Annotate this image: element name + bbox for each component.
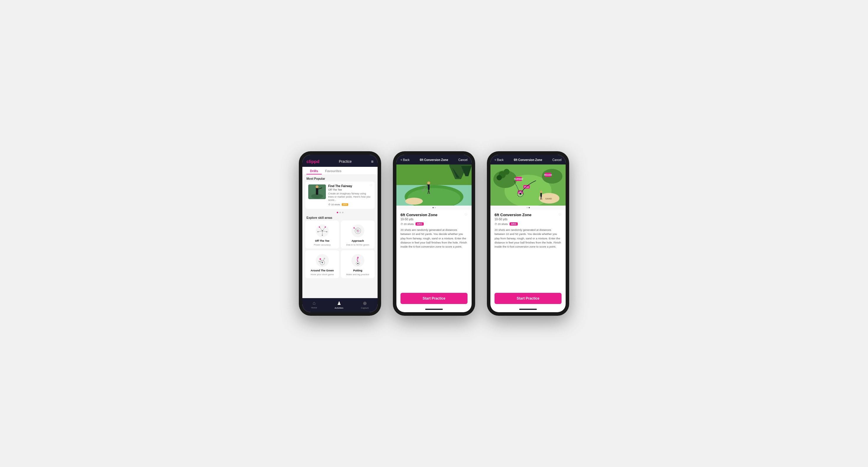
- drill-header: 6ft Conversion Zone 10-50 yds ♡: [401, 213, 467, 221]
- svg-text:SAND: SAND: [546, 197, 552, 200]
- nav-home[interactable]: ⌂ Home: [311, 300, 317, 309]
- hero-image: [396, 165, 472, 206]
- home-icon: ⌂: [313, 300, 316, 306]
- approach-desc: Dial-in to hit the green: [346, 243, 369, 246]
- explore-label: Explore skill areas: [302, 214, 378, 221]
- skill-card-putting[interactable]: Putting Make and lag practice: [341, 250, 375, 278]
- skill-card-atg[interactable]: Around The Green Hone your short game: [305, 250, 339, 278]
- drill-name-group: 6ft Conversion Zone 10-50 yds: [401, 213, 437, 221]
- header-title: 6ft Conversion Zone: [514, 158, 542, 162]
- svg-rect-47: [428, 185, 430, 190]
- ott-desc: Power accuracy: [314, 243, 331, 246]
- drill-header: 6ft Conversion Zone 10-50 yds ♡: [495, 213, 561, 221]
- img-dot-1[interactable]: [433, 207, 434, 208]
- shots-count: ⏱ 10 shots: [328, 203, 340, 206]
- svg-point-12: [319, 227, 320, 228]
- skill-grid: Off The Tee Power accuracy: [302, 221, 378, 280]
- badge-arg: ARG: [415, 222, 424, 226]
- svg-point-52: [405, 198, 423, 205]
- drill-name: 6ft Conversion Zone: [401, 213, 437, 217]
- start-practice-button[interactable]: Start Practice: [495, 293, 561, 304]
- shots-count: ⏱ 20 shots: [495, 223, 508, 226]
- home-label: Home: [311, 306, 317, 309]
- nav-capture[interactable]: ⊕ Capture: [361, 300, 369, 309]
- card-image-inner: [308, 185, 326, 199]
- capture-icon: ⊕: [363, 300, 367, 306]
- favourite-icon[interactable]: ♡: [464, 213, 467, 217]
- card-subtitle: Off The Tee: [328, 188, 372, 191]
- image-dots: [396, 206, 472, 210]
- home-indicator: [425, 309, 443, 310]
- nav-activities[interactable]: ♟ Activities: [335, 300, 343, 309]
- drill-detail: 6ft Conversion Zone 10-50 yds ♡ ⏱ 20 sho…: [396, 210, 472, 252]
- drill-description: 20 shots are randomly generated at dista…: [401, 228, 467, 249]
- drill-range: 10-50 yds: [495, 218, 532, 221]
- app-logo: clippd: [307, 159, 319, 164]
- card-body: Find The Fairway Off The Tee Create an i…: [328, 185, 372, 206]
- cancel-button[interactable]: Cancel: [552, 158, 561, 162]
- map-svg: SAND FAIRWAY ROUGH Hit: [490, 165, 566, 206]
- screens-container: clippd Practice ≡ Drills Favourites Most…: [299, 151, 569, 316]
- dot-3[interactable]: [342, 212, 343, 213]
- img-dot-1[interactable]: [527, 207, 528, 208]
- img-dot-2[interactable]: [435, 207, 436, 208]
- phone-2-header: < Back 6ft Conversion Zone Cancel: [396, 155, 472, 165]
- svg-point-60: [504, 169, 509, 175]
- header-title: Practice: [339, 160, 351, 164]
- svg-point-37: [358, 257, 358, 258]
- menu-icon[interactable]: ≡: [371, 159, 373, 164]
- favourite-icon[interactable]: ♡: [558, 213, 561, 217]
- svg-point-13: [325, 227, 326, 228]
- svg-point-15: [326, 231, 327, 232]
- tab-favourites[interactable]: Favourites: [322, 167, 345, 174]
- dot-1[interactable]: [337, 212, 338, 213]
- shots-count: ⏱ 20 shots: [401, 223, 414, 226]
- svg-point-35: [357, 263, 359, 264]
- phone-1-header: clippd Practice ≡: [302, 155, 378, 167]
- atg-name: Around The Green: [311, 269, 334, 272]
- skill-card-ott[interactable]: Off The Tee Power accuracy: [305, 221, 339, 248]
- cancel-button[interactable]: Cancel: [458, 158, 467, 162]
- phone-2-screen: < Back 6ft Conversion Zone Cancel: [396, 155, 472, 312]
- tab-drills[interactable]: Drills: [307, 167, 322, 174]
- favourite-icon[interactable]: ♡: [370, 184, 372, 187]
- svg-rect-71: [540, 193, 542, 197]
- most-popular-label: Most Popular: [302, 175, 378, 181]
- skill-card-approach[interactable]: Approach Dial-in to hit the green: [341, 221, 375, 248]
- phone-2: < Back 6ft Conversion Zone Cancel: [393, 151, 475, 316]
- putting-name: Putting: [353, 269, 362, 272]
- back-button[interactable]: < Back: [495, 158, 504, 162]
- carousel-dots: [302, 210, 378, 214]
- hero-svg: [396, 165, 472, 206]
- dot-2[interactable]: [339, 212, 341, 213]
- activities-icon: ♟: [337, 300, 341, 306]
- header-title: 6ft Conversion Zone: [420, 158, 448, 162]
- ott-skill-icon: [315, 224, 330, 238]
- svg-point-61: [497, 175, 502, 180]
- image-dots: [490, 206, 566, 210]
- clock-icon: ⏱: [328, 203, 331, 206]
- svg-point-46: [427, 181, 430, 185]
- phone-3-screen: < Back 6ft Conversion Zone Cancel SAND: [490, 155, 566, 312]
- drill-detail: 6ft Conversion Zone 10-50 yds ♡ ⏱ 20 sho…: [490, 210, 566, 252]
- svg-point-3: [316, 185, 318, 188]
- drill-name: 6ft Conversion Zone: [495, 213, 532, 217]
- content-area: Most Popular: [302, 175, 378, 298]
- svg-point-33: [351, 254, 364, 267]
- atg-skill-icon: [315, 253, 330, 268]
- start-practice-button[interactable]: Start Practice: [401, 293, 467, 304]
- phone-1-screen: clippd Practice ≡ Drills Favourites Most…: [302, 155, 378, 312]
- drill-meta: ⏱ 20 shots ARG: [401, 222, 467, 226]
- putting-desc: Make and lag practice: [346, 273, 369, 276]
- tabs-bar: Drills Favourites: [302, 167, 378, 175]
- back-button[interactable]: < Back: [401, 158, 410, 162]
- approach-skill-icon: [350, 224, 365, 238]
- badge-ott: OTT: [342, 203, 348, 206]
- svg-point-14: [317, 231, 318, 232]
- featured-card[interactable]: Find The Fairway Off The Tee Create an i…: [305, 181, 375, 209]
- activities-label: Activities: [335, 307, 343, 309]
- svg-point-22: [353, 227, 355, 229]
- img-dot-2[interactable]: [529, 207, 530, 208]
- putting-skill-icon: [350, 253, 365, 268]
- phone-3-header: < Back 6ft Conversion Zone Cancel: [490, 155, 566, 165]
